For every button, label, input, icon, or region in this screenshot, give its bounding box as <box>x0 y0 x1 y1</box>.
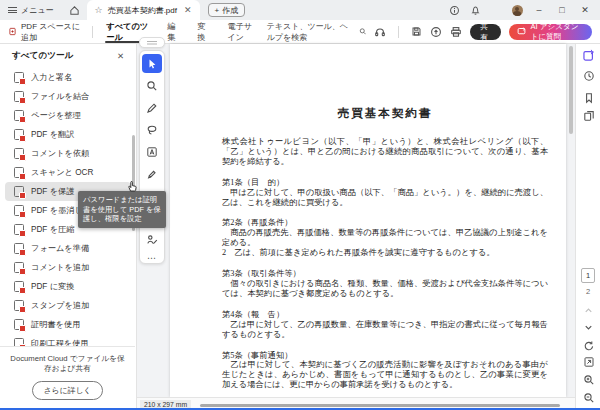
zoom-out-icon <box>583 392 595 404</box>
protect-pdf-icon <box>14 186 24 197</box>
plus-icon: + <box>215 6 220 15</box>
add-comments-icon <box>14 262 24 273</box>
organize-pages-icon <box>14 110 24 121</box>
bookmark-icon <box>583 92 595 104</box>
save-icon[interactable] <box>411 26 422 37</box>
fill-sign-icon <box>146 234 158 246</box>
page-up-button[interactable] <box>581 302 597 318</box>
contract-section: 第2条（再販条件） 商品の再販売先、再販価格、数量等の再販条件については、甲乙協… <box>222 218 548 258</box>
tool-item[interactable]: スタンプを追加 <box>5 296 131 315</box>
chevron-up-icon <box>583 305 594 316</box>
certificates-icon <box>14 319 24 330</box>
create-label: 作成 <box>222 5 238 16</box>
vertical-scrollbar[interactable] <box>569 46 573 134</box>
minimize-button[interactable]: – <box>532 5 546 15</box>
add-stamp-icon <box>14 300 24 311</box>
divider <box>398 26 399 38</box>
ai-assistant-icon <box>517 27 526 36</box>
zoom-tool-button[interactable] <box>142 76 162 95</box>
fill-sign-icon <box>14 72 24 83</box>
quick-tools-rail: ⋯ <box>139 50 165 264</box>
add-text-button[interactable] <box>142 142 162 161</box>
lasso-icon <box>146 124 158 136</box>
upload-cloud-icon[interactable] <box>430 26 442 38</box>
redact-pdf-icon <box>14 205 24 216</box>
tool-item[interactable]: 入力と署名 <box>5 68 131 87</box>
acrobat-window: メニュー ☆ 売買基本契約書.pdf ✕ + 作成 <box>0 0 600 410</box>
tool-item[interactable]: フォームを準備 <box>5 239 131 258</box>
select-tool-button[interactable] <box>142 54 162 73</box>
zoom-in-button[interactable] <box>581 372 597 388</box>
quick-tools-handle[interactable] <box>139 37 165 48</box>
fit-page-button[interactable] <box>581 354 597 370</box>
annotate-pen-button[interactable] <box>142 98 162 117</box>
sign-tool-button[interactable] <box>142 230 162 249</box>
toolbar-tabs: すべてのツール 編集 変換 電子サイン <box>97 20 266 43</box>
tool-item[interactable]: ページを整理 <box>5 106 131 125</box>
compress-pdf-icon <box>14 224 24 235</box>
activity-history-button[interactable] <box>581 68 597 84</box>
learn-more-button[interactable]: さらに詳しく <box>32 381 104 400</box>
pages-icon <box>583 110 595 122</box>
tool-item[interactable]: コメントを依頼 <box>5 144 131 163</box>
page-down-button[interactable] <box>581 319 597 335</box>
read-aloud-icon[interactable] <box>374 26 386 38</box>
contract-section: 第5条（事前通知） 乙は甲に対して、本契約に基づく乙の販売活動に影響を及ぼすおそ… <box>222 351 548 391</box>
tool-item[interactable]: 証明書を使用 <box>5 315 131 334</box>
main-toolbar: PDF スペースに追加 すべてのツール 編集 変換 電子サイン テキスト、ツール… <box>0 20 600 44</box>
pen-icon <box>146 102 158 114</box>
tool-item[interactable]: ファイルを結合 <box>5 87 131 106</box>
tool-item[interactable]: スキャンと OCR <box>5 163 131 182</box>
panel-title: すべてのツール <box>12 50 73 62</box>
contract-sections: 第1条（目 的） 甲は乙に対して、甲の取扱い商品（以下、「商品」という。）を、継… <box>222 178 548 390</box>
chevron-down-icon <box>583 322 594 333</box>
title-bar: メニュー ☆ 売買基本契約書.pdf ✕ + 作成 <box>0 0 600 20</box>
bookmarks-panel-button[interactable] <box>581 90 597 106</box>
toolbar-tab[interactable]: 電子サイン <box>218 20 266 43</box>
tool-item[interactable]: PDF に変換 <box>5 277 131 296</box>
magnifier-icon <box>146 80 158 92</box>
fit-page-icon <box>583 356 595 368</box>
combine-files-icon <box>14 91 24 102</box>
close-button[interactable]: ✕ <box>578 5 592 15</box>
highlighter-icon <box>146 168 158 180</box>
tool-item[interactable]: PDF を翻訳 <box>5 125 131 144</box>
tool-item[interactable]: コメントを追加 <box>5 258 131 277</box>
rotate-refresh-icon <box>583 340 595 352</box>
menu-button[interactable]: メニュー <box>0 0 62 20</box>
search-icon[interactable] <box>359 26 367 37</box>
notifications-info-icon[interactable] <box>448 4 460 16</box>
tab-close-icon[interactable]: ✕ <box>184 5 192 15</box>
highlight-button[interactable] <box>142 164 162 183</box>
current-page-indicator[interactable]: 1 <box>581 268 595 283</box>
print-icon[interactable] <box>450 26 462 38</box>
panel-close-icon[interactable]: ✕ <box>117 51 124 61</box>
ai-assistant-button[interactable]: AI アシスタントに質問 <box>509 24 592 40</box>
create-tab-button[interactable]: + 作成 <box>208 3 246 17</box>
toolbar-tab[interactable]: 変換 <box>188 20 218 43</box>
bell-icon[interactable] <box>469 4 481 16</box>
user-avatar[interactable] <box>511 4 523 16</box>
pdf-page[interactable]: 売買基本契約書 株式会社トゥールビヨン（以下、「甲」という）と、株式会社レベリン… <box>170 44 566 397</box>
contract-title: 売買基本契約書 <box>222 106 548 121</box>
app-launcher-icon[interactable] <box>490 4 502 16</box>
promo-text: Document Cloud でファイルを保存および共有 <box>8 354 127 374</box>
share-button[interactable]: 共有 <box>470 24 501 40</box>
star-icon[interactable]: ☆ <box>95 5 103 15</box>
convert-pdf-icon <box>14 281 24 292</box>
home-button[interactable] <box>62 5 87 16</box>
menu-label: メニュー <box>21 5 54 16</box>
horizontal-scrollbar[interactable] <box>200 404 560 407</box>
more-tools-icon[interactable]: ⋯ <box>147 253 157 263</box>
next-page-number[interactable]: 2 <box>581 287 595 296</box>
page-thumbnails-button[interactable] <box>581 108 597 124</box>
search-field[interactable]: テキスト、ツール、ヘルプを検索 <box>267 21 367 43</box>
zoom-out-button[interactable] <box>581 390 597 406</box>
ai-assistant-panel-button[interactable] <box>581 47 597 63</box>
prepare-form-icon <box>14 243 24 254</box>
maximize-button[interactable]: □ <box>555 5 569 15</box>
rotate-page-button[interactable] <box>581 338 597 354</box>
document-tab[interactable]: ☆ 売買基本契約書.pdf ✕ <box>87 0 200 20</box>
lasso-tool-button[interactable] <box>142 120 162 139</box>
add-to-pdf-space-button[interactable]: PDF スペースに追加 <box>0 21 88 43</box>
